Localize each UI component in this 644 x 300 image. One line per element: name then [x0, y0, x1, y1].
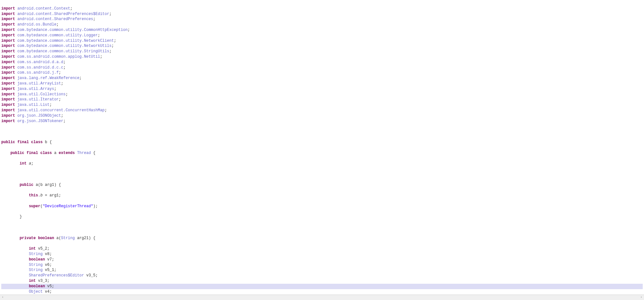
- ctor-param-type: b: [40, 183, 42, 187]
- import-statement: import java.lang.ref.WeakReference;: [1, 76, 643, 81]
- var-decl: String v5_1;: [1, 267, 643, 273]
- import-statement: import com.ss.android.common.applog.NetU…: [1, 54, 643, 60]
- horizontal-scrollbar[interactable]: ‹ ›: [0, 295, 644, 300]
- import-statement: import java.util.List;: [1, 102, 643, 108]
- var-decl: Object v4;: [1, 289, 643, 295]
- import-statement: import org.json.JSONTokener;: [1, 119, 643, 124]
- ctor-keyword: public: [20, 183, 33, 187]
- var-decl: String v6;: [1, 262, 643, 268]
- field-name: a: [29, 161, 31, 166]
- import-statement: import com.bytedance.common.utility.Comm…: [1, 27, 643, 33]
- import-statement: import java.util.Arrays;: [1, 86, 643, 92]
- var-decl: int v3_3;: [1, 278, 643, 284]
- inner-class-name: a: [54, 151, 56, 155]
- scroll-track[interactable]: [5, 295, 639, 300]
- var-decl: String v8;: [1, 252, 643, 257]
- field-type: int: [20, 161, 27, 166]
- thread-name-string: "DeviceRegisterThread": [43, 204, 93, 209]
- var-decl: boolean v5;: [1, 284, 643, 289]
- var-decl: boolean v7;: [1, 257, 643, 262]
- import-statement: import org.json.JSONObject;: [1, 113, 643, 119]
- import-statement: import com.bytedance.common.utility.Logg…: [1, 33, 643, 38]
- import-statement: import java.util.ArrayList;: [1, 81, 643, 86]
- import-statement: import com.ss.android.d.a.d;: [1, 60, 643, 65]
- import-statement: import com.ss.android.d.c.c;: [1, 65, 643, 70]
- inner-class-keyword: public final class: [11, 151, 52, 155]
- var-decl: int v5_2;: [1, 246, 643, 252]
- ctor-name: a: [36, 183, 38, 187]
- import-statement: import android.content.Context;: [1, 6, 643, 11]
- import-statement: import android.content.SharedPreferences…: [1, 17, 643, 22]
- scroll-right-button[interactable]: ›: [639, 295, 644, 300]
- class-name: b: [45, 140, 47, 144]
- import-statement: import com.bytedance.common.utility.Netw…: [1, 43, 643, 49]
- method-name: a: [56, 236, 59, 240]
- import-statement: import com.bytedance.common.utility.Netw…: [1, 38, 643, 44]
- import-statement: import java.util.Collections;: [1, 92, 643, 97]
- import-statement: import java.util.Iterator;: [1, 97, 643, 102]
- class-keyword: public final class: [1, 140, 43, 144]
- ctor-param-name: arg1: [45, 183, 54, 187]
- code-editor[interactable]: import android.content.Context;import an…: [0, 0, 644, 300]
- import-statement: import com.ss.android.j.f;: [1, 70, 643, 76]
- import-statement: import android.content.SharedPreferences…: [1, 11, 643, 17]
- import-statement: import android.os.Bundle;: [1, 22, 643, 27]
- var-decl: SharedPreferences$Editor v3_5;: [1, 273, 643, 278]
- import-statement: import com.bytedance.common.utility.Stri…: [1, 49, 643, 54]
- extends-type: Thread: [77, 151, 91, 155]
- method-keyword: private boolean: [20, 236, 54, 240]
- import-statement: import java.util.concurrent.ConcurrentHa…: [1, 108, 643, 113]
- scroll-left-button[interactable]: ‹: [0, 295, 5, 300]
